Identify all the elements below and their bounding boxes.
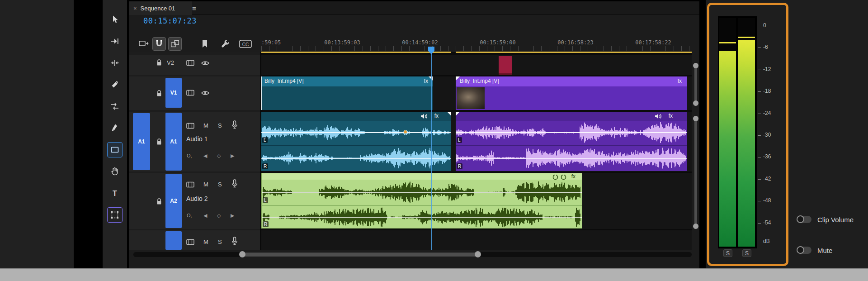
mute-button[interactable]: M [203, 181, 208, 188]
scrollbar-handle[interactable] [475, 251, 481, 257]
voiceover-mic-icon[interactable] [231, 237, 238, 246]
horizontal-scrollbar-thumb[interactable] [242, 252, 478, 257]
clip-thumbnail [457, 87, 485, 109]
ruler-label: :59:05 [261, 40, 281, 46]
voiceover-mic-icon[interactable] [231, 179, 238, 188]
sync-lock-icon[interactable] [186, 123, 194, 129]
next-keyframe-icon[interactable]: ▶ [231, 213, 234, 218]
sync-lock-icon[interactable] [186, 181, 194, 188]
track-a1-name[interactable]: Audio 1 [186, 136, 208, 143]
clip-audio-teal[interactable]: fx L R [261, 112, 451, 171]
mute-button[interactable]: M [203, 123, 208, 129]
linked-selection-icon[interactable] [168, 37, 182, 51]
snap-icon[interactable] [152, 37, 166, 51]
slip-tool[interactable] [107, 99, 123, 114]
track-v2-label[interactable]: V2 [167, 60, 174, 66]
scrollbar-handle[interactable] [693, 100, 698, 106]
time-ruler-ticks[interactable] [261, 46, 692, 51]
right-panel [790, 0, 868, 268]
eye-icon[interactable] [201, 90, 209, 96]
lock-icon[interactable] [156, 198, 162, 205]
clip-audio-purple[interactable]: fx L R [456, 112, 687, 171]
scrollbar-handle[interactable] [693, 63, 698, 68]
track-a2-name[interactable]: Audio 2 [186, 195, 208, 202]
track-v1-box[interactable]: V1 [165, 78, 182, 108]
lane-v2[interactable] [261, 55, 692, 75]
scrollbar-handle[interactable] [239, 251, 245, 257]
volume-rubber-band[interactable] [456, 158, 687, 159]
clip-volume-toggle[interactable] [797, 216, 811, 223]
lock-icon[interactable] [156, 59, 162, 66]
add-marker-icon[interactable] [198, 37, 212, 51]
toggle-knob [797, 246, 804, 254]
prev-keyframe-icon[interactable]: ◀ [203, 213, 207, 218]
lock-icon[interactable] [156, 90, 162, 97]
add-keyframe-icon[interactable]: ◇ [217, 213, 221, 218]
playhead-timecode[interactable]: 00:15:07:23 [143, 16, 197, 25]
clip-header: Billy_Int.mp4 [V] fx [261, 76, 433, 86]
ripple-edit-tool[interactable] [107, 55, 123, 71]
vertical-scrollbar-thumb[interactable] [694, 119, 697, 226]
rectangle-tool[interactable] [107, 142, 123, 157]
type-tool[interactable]: T [107, 186, 123, 201]
add-keyframe-icon[interactable]: ◇ [217, 153, 221, 158]
fx-badge[interactable]: fx [678, 78, 682, 84]
fx-badge[interactable]: fx [434, 113, 439, 119]
prev-keyframe-icon[interactable]: ◀ [203, 153, 207, 158]
sync-lock-icon[interactable] [186, 60, 194, 66]
render-bar-segment [456, 52, 692, 53]
pen-tool[interactable] [107, 120, 123, 136]
clip-v2-red[interactable] [499, 56, 512, 75]
panel-menu-icon[interactable]: ≡ [192, 5, 196, 12]
nest-sequences-icon[interactable] [137, 37, 151, 51]
track-a1-box[interactable]: A1 [165, 113, 182, 171]
lane-a3[interactable] [261, 230, 692, 250]
eye-icon[interactable] [201, 60, 209, 66]
fx-badge[interactable]: fx [571, 174, 576, 180]
sequence-tab[interactable]: × Sequence 01 [129, 1, 192, 15]
volume-rubber-band[interactable] [261, 132, 451, 133]
vertical-scrollbar-thumb[interactable] [694, 66, 697, 103]
captions-icon[interactable]: CC [239, 37, 252, 51]
volume-rubber-band[interactable] [261, 158, 451, 159]
solo-button[interactable]: S [218, 239, 222, 245]
track-a3-box[interactable] [165, 231, 182, 250]
volume-rubber-band[interactable] [456, 132, 687, 133]
razor-tool[interactable] [107, 77, 123, 92]
clip-header: fx [456, 112, 687, 121]
volume-rubber-band[interactable] [262, 217, 582, 218]
source-patch-a1[interactable]: A1 [133, 113, 150, 170]
selection-tool[interactable] [107, 12, 123, 27]
playhead-line[interactable] [431, 47, 432, 250]
clip-video-purple[interactable]: Billy_Int.mp4 [V] fx [456, 76, 687, 110]
keyframe-display-icon[interactable]: O, [187, 213, 192, 218]
voiceover-mic-icon[interactable] [231, 120, 238, 129]
scrollbar-handle[interactable] [693, 224, 698, 229]
next-keyframe-icon[interactable]: ▶ [231, 153, 234, 158]
lock-icon[interactable] [156, 138, 162, 145]
fx-badge[interactable]: fx [424, 78, 428, 84]
volume-keyframe-dot[interactable] [404, 130, 407, 133]
scrollbar-handle[interactable] [693, 116, 698, 121]
solo-button[interactable]: S [218, 181, 222, 188]
fx-badge[interactable]: fx [669, 113, 673, 119]
trim-in-handle[interactable] [456, 112, 460, 116]
trim-in-handle[interactable] [456, 76, 460, 81]
clip-video-teal[interactable]: Billy_Int.mp4 [V] fx [261, 76, 433, 110]
sync-lock-icon[interactable] [186, 90, 194, 96]
clip-audio-green[interactable]: fx L R [261, 173, 582, 229]
mute-button[interactable]: M [203, 239, 208, 245]
hand-tool[interactable] [107, 164, 123, 179]
keyframe-display-icon[interactable]: O, [187, 153, 192, 158]
timeline-settings-icon[interactable] [218, 37, 232, 51]
sync-lock-icon[interactable] [186, 239, 194, 245]
track-a2-box[interactable]: A2 [165, 174, 182, 228]
solo-button[interactable]: S [218, 123, 222, 129]
trim-out-handle[interactable] [447, 112, 451, 116]
transform-tool[interactable] [107, 207, 123, 223]
track-select-forward-tool[interactable] [107, 33, 123, 49]
volume-rubber-band[interactable] [262, 192, 582, 193]
tab-close-icon[interactable]: × [133, 5, 137, 12]
mute-toggle[interactable] [797, 247, 811, 254]
clip-left-edge[interactable] [261, 76, 262, 110]
